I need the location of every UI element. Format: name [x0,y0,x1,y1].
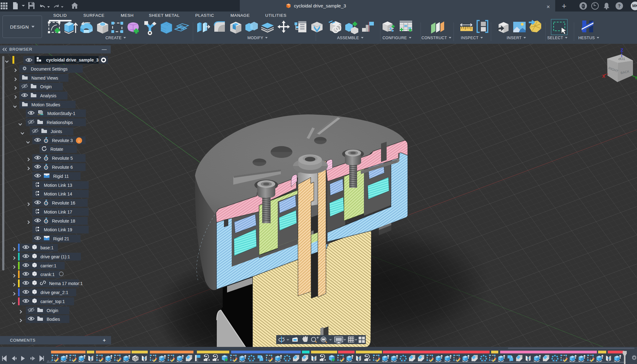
svg-text:TOP: TOP [618,57,625,61]
svg-text:Y: Y [635,75,637,80]
svg-text:Z: Z [621,47,623,53]
svg-text:X: X [602,73,605,79]
